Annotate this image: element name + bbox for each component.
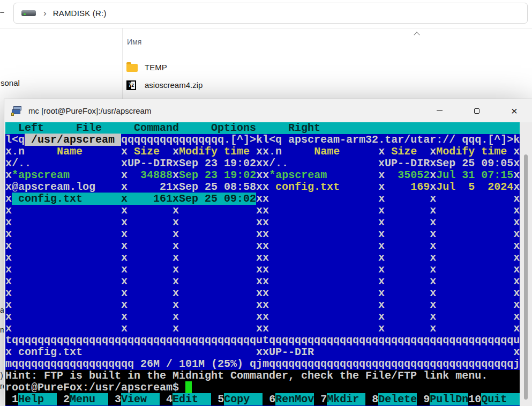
mc-window: mc [root@PureFox]:/usr/apscream × Left F… bbox=[4, 99, 532, 406]
terminal-line: x x x xx x x x bbox=[5, 252, 520, 264]
folder-icon bbox=[126, 64, 138, 72]
terminal-line: x config.txt xxUP--DIR x bbox=[5, 346, 520, 358]
minimize-button[interactable] bbox=[427, 99, 452, 122]
terminal-line: x x x xx x x x bbox=[5, 287, 520, 299]
edge-text-fragment: ) bbox=[1, 371, 3, 380]
terminal-line: x x x xx x x x bbox=[5, 205, 520, 217]
terminal-line: x config.txt x 161xSep 25 09:02xx x x x bbox=[5, 193, 520, 205]
mc-function-key-bar[interactable]: 1Help 2Menu 3View 4Edit 5Copy 6RenMov 7M… bbox=[5, 394, 520, 405]
terminal-line: x x x xx x x x bbox=[5, 276, 520, 287]
nav-pane-divider bbox=[122, 28, 123, 99]
7zip-icon: 7z bbox=[126, 80, 136, 90]
file-name: asioscream4.zip bbox=[145, 80, 203, 90]
breadcrumb[interactable]: RAMDISK (R:) bbox=[53, 9, 107, 18]
terminal-line: x*apscream x 34888xSep 23 19:02xx*apscre… bbox=[5, 169, 520, 181]
scrollbar-thumb[interactable] bbox=[524, 154, 528, 400]
terminal-line: x x x xx x x x bbox=[5, 228, 520, 240]
terminal-line: tqqqqqqqqqqqqqqqqqqqqqqqqqqqqqqqqqqqqqqu… bbox=[5, 335, 520, 346]
terminal-line: x x x xx x x x bbox=[5, 240, 520, 252]
toolbar-divider bbox=[0, 28, 532, 28]
mc-terminal[interactable]: Left File Command Options Right l<q /usr… bbox=[5, 122, 520, 406]
breadcrumb-chevron-icon: › bbox=[43, 9, 47, 18]
terminal-line: Hint: FTP is built in the Midnight Comma… bbox=[5, 370, 520, 382]
file-row[interactable]: TEMP bbox=[126, 58, 405, 76]
back-arrow-fragment-icon[interactable] bbox=[0, 12, 4, 13]
terminal-line: x x x xx x x x bbox=[5, 264, 520, 276]
terminal-line: mqqqqqqqqqqqqqqqqqqq 26M / 101M (25%) qj… bbox=[5, 358, 520, 370]
terminal-line: x x x xx x x x bbox=[5, 299, 520, 311]
file-row[interactable]: 7zasioscream4.zip bbox=[126, 76, 405, 94]
mc-menubar[interactable]: Left File Command Options Right bbox=[5, 122, 520, 134]
sort-ascending-icon[interactable] bbox=[415, 32, 419, 36]
mc-titlebar[interactable]: mc [root@PureFox]:/usr/apscream × bbox=[4, 99, 532, 122]
close-button[interactable]: × bbox=[502, 99, 527, 122]
edge-text-fragment: a bbox=[0, 306, 4, 314]
terminal-line: x@apscream.log x 21xSep 25 08:58xx confi… bbox=[5, 181, 520, 193]
window-title: mc [root@PureFox]:/usr/apscream bbox=[28, 106, 151, 115]
maximize-icon bbox=[474, 108, 479, 114]
terminal-line: x x x xx x x x bbox=[5, 323, 520, 335]
file-list: TEMP7zasioscream4.zip bbox=[126, 58, 405, 94]
drive-icon bbox=[21, 10, 36, 16]
terminal-line: l<q /usr/apscream qqqqqqqqqqqqqqqq.[^]>k… bbox=[5, 134, 520, 146]
mc-app-icon bbox=[11, 106, 22, 116]
terminal-line: x.n Name x Size xModify time xx.n Name x… bbox=[5, 146, 520, 158]
maximize-button[interactable] bbox=[464, 99, 489, 122]
close-icon: × bbox=[511, 105, 518, 116]
column-header-name[interactable]: Имя bbox=[127, 38, 141, 46]
minimize-icon bbox=[437, 110, 443, 112]
nav-pane-text-fragment: sonal bbox=[1, 78, 20, 87]
terminal-line: x/.. xUP--DIRxSep 23 19:02xx/.. xUP--DIR… bbox=[5, 158, 520, 169]
terminal-line: x x x xx x x x bbox=[5, 311, 520, 323]
terminal-line: x x x xx x x x bbox=[5, 217, 520, 228]
terminal-scrollbar[interactable] bbox=[520, 122, 532, 406]
file-name: TEMP bbox=[145, 63, 167, 72]
terminal-line: root@PureFox:/usr/apscream$ bbox=[5, 382, 520, 394]
address-bar[interactable]: › RAMDISK (R:) bbox=[13, 3, 528, 24]
screen: › RAMDISK (R:) sonal Имя TEMP7zasioscrea… bbox=[0, 0, 532, 406]
